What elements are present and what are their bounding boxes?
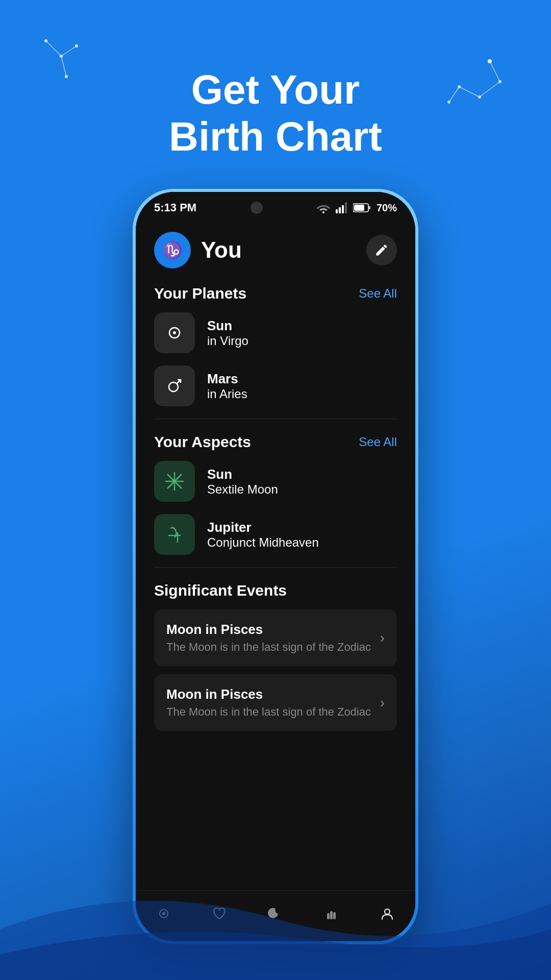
sun-item-text: Sun in Virgo (207, 318, 248, 348)
events-section-header: Significant Events (154, 582, 397, 599)
svg-point-5 (75, 44, 78, 47)
header-title: You (201, 237, 242, 263)
svg-point-24 (173, 331, 176, 334)
list-item[interactable]: Jupiter Conjunct Midheaven (154, 514, 397, 555)
aspects-section-header: Your Aspects See All (154, 433, 397, 451)
svg-rect-21 (368, 206, 370, 209)
pencil-icon (374, 243, 389, 257)
mars-planet-icon (164, 376, 185, 396)
svg-rect-17 (339, 207, 341, 213)
divider-1 (154, 419, 397, 419)
planets-see-all[interactable]: See All (359, 286, 397, 301)
aspects-title: Your Aspects (154, 433, 251, 451)
svg-line-0 (46, 41, 61, 56)
mars-item-text: Mars in Aries (207, 371, 247, 401)
status-time: 5:13 PM (154, 201, 196, 214)
aspects-section: Your Aspects See All (136, 429, 415, 555)
battery-icon (353, 202, 371, 213)
sun-planet-icon (164, 323, 185, 343)
sextile-aspect-icon (163, 470, 186, 493)
aspects-see-all[interactable]: See All (359, 435, 397, 449)
jupiter-planet-icon (164, 524, 185, 545)
event-card-2[interactable]: Moon in Pisces The Moon is in the last s… (154, 674, 397, 731)
svg-rect-19 (345, 202, 347, 213)
svg-rect-16 (336, 209, 338, 213)
event-card-2-text: Moon in Pisces The Moon is in the last s… (166, 687, 371, 719)
svg-line-1 (61, 46, 77, 56)
sun-sub: in Virgo (207, 334, 248, 348)
svg-point-4 (60, 55, 63, 58)
avatar: ♑ (154, 232, 191, 268)
events-title: Significant Events (154, 582, 287, 599)
status-icons: 70% (316, 202, 397, 214)
header-left: ♑ You (154, 232, 242, 268)
svg-rect-18 (342, 205, 344, 213)
background-wave (0, 827, 551, 980)
sun-icon-bg (154, 312, 195, 353)
status-bar: 5:13 PM (136, 192, 415, 219)
svg-rect-22 (354, 205, 364, 211)
chevron-right-icon-2: › (380, 695, 385, 711)
camera-notch (251, 202, 263, 214)
list-item[interactable]: Sun in Virgo (154, 312, 397, 353)
planets-section: Your Planets See All Sun (136, 281, 415, 406)
chevron-right-icon-1: › (380, 630, 385, 646)
page-title: Get Your Birth Chart (0, 66, 551, 160)
sextile-sub: Sextile Moon (207, 482, 278, 497)
planets-section-header: Your Planets See All (154, 285, 397, 302)
list-item[interactable]: Sun Sextile Moon (154, 461, 397, 502)
wifi-icon (316, 202, 331, 213)
event-card-1[interactable]: Moon in Pisces The Moon is in the last s… (154, 609, 397, 666)
sextile-item-text: Sun Sextile Moon (207, 467, 278, 497)
edit-button[interactable] (366, 235, 397, 265)
app-header: ♑ You (136, 219, 415, 281)
mars-name: Mars (207, 371, 247, 387)
signal-icon (336, 202, 348, 213)
event-card-1-text: Moon in Pisces The Moon is in the last s… (166, 622, 371, 654)
svg-point-11 (488, 59, 492, 63)
events-section: Significant Events Moon in Pisces The Mo… (136, 578, 415, 731)
jupiter-sub: Conjunct Midheaven (207, 535, 319, 550)
mars-icon-bg (154, 365, 195, 406)
mars-sub: in Aries (207, 387, 247, 401)
event-2-subtitle: The Moon is in the last sign of the Zodi… (166, 705, 371, 719)
divider-2 (154, 567, 397, 568)
sextile-icon-bg (154, 461, 195, 502)
jupiter-item-text: Jupiter Conjunct Midheaven (207, 520, 319, 550)
battery-percent: 70% (377, 202, 397, 214)
svg-point-3 (44, 39, 47, 42)
planets-title: Your Planets (154, 285, 246, 302)
jupiter-icon-bg (154, 514, 195, 555)
event-1-subtitle: The Moon is in the last sign of the Zodi… (166, 641, 371, 654)
jupiter-name: Jupiter (207, 520, 319, 535)
sun-name: Sun (207, 318, 248, 334)
event-1-title: Moon in Pisces (166, 622, 371, 638)
event-2-title: Moon in Pisces (166, 687, 371, 702)
avatar-symbol: ♑ (162, 240, 183, 260)
sextile-name: Sun (207, 467, 278, 482)
list-item[interactable]: Mars in Aries (154, 365, 397, 406)
